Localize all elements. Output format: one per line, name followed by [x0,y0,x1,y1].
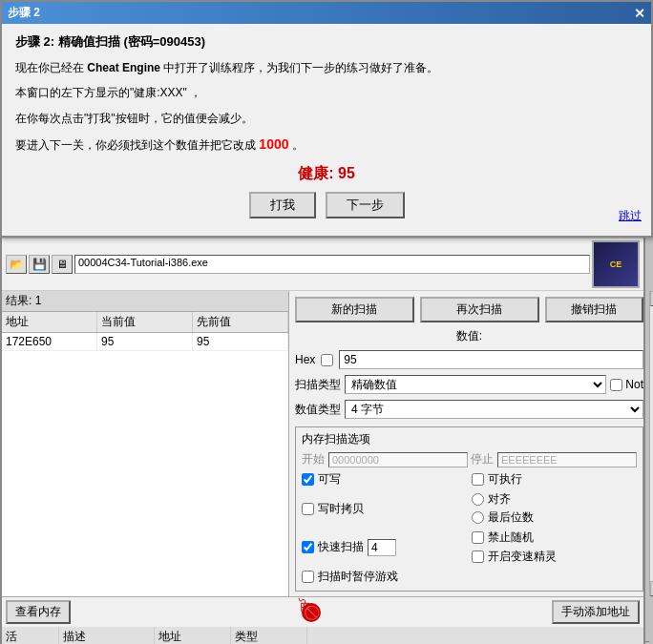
not-checkbox-group: Not [610,378,643,391]
last-digit-row: 最后位数 [472,509,638,526]
cheat-engine-window: ⚙ Cheat engine 6.7 — □ ✕ 文件(F) 编辑(E) 表单 … [0,191,645,644]
quick-scan-checkbox[interactable] [302,541,314,553]
tutorial-step-title: 步骤 2: 精确值扫描 (密码=090453) [15,33,638,51]
cell-addr: 172E650 [2,333,97,351]
hex-label: Hex [295,353,315,366]
addr-list-headers: 活 描述 地址 类型 数值 [2,627,643,644]
hit-button[interactable]: 打我 [249,192,316,218]
tutorial-body-line-4: 要进入下一关，你必须找到这个数值并把它改成 1000 。 [15,134,638,156]
random-row: 禁止随机 [472,530,638,546]
quick-scan-row: 快速扫描 [302,530,468,565]
random-checkbox[interactable] [472,531,484,544]
speed-label: 开启变速精灵 [488,549,557,565]
ce-main: 结果: 1 地址 当前值 先前值 172E650 95 95 新的扫描 再次扫描… [2,291,643,596]
last-digit-label: 最后位数 [488,509,534,526]
scan-type-select[interactable]: 精确数值 [345,375,606,394]
scan-buttons: 新的扫描 再次扫描 撤销扫描 [295,297,643,322]
right-checkboxes: 禁止随机 开启变速精灵 [472,530,638,565]
last-digit-radio[interactable] [472,511,484,524]
cell-current: 95 [97,333,193,351]
speed-row: 开启变速精灵 [472,549,638,565]
align-radio[interactable] [472,493,484,506]
addr-col-type: 类型 [231,627,307,644]
results-empty-area [2,351,288,596]
not-label: Not [625,378,643,391]
ce-toolbar: 📂 💾 🖥 00004C34-Tutorial-i386.exe CE [2,239,643,291]
mem-scan-title: 内存扫描选项 [302,431,637,447]
ce-logo: CE [592,240,640,288]
copyonwrite-checkbox[interactable] [302,503,314,515]
col-addr: 地址 [2,312,97,332]
scan-type-row: 扫描类型 精确数值 Not [295,375,643,394]
value-row: Hex [295,350,643,369]
pause-game-label: 扫描时暂停游戏 [318,569,398,585]
value-label: 数值: [295,328,643,344]
start-field-row: 开始 [302,451,468,467]
stop-input[interactable] [497,452,637,467]
random-label: 禁止随机 [488,530,534,546]
hex-checkbox[interactable] [321,354,333,366]
mem-scan-section: 内存扫描选项 开始 停止 可写 [295,426,643,592]
value-type-select[interactable]: 4 字节 [345,400,643,419]
addr-col-addr: 地址 [155,627,231,644]
no-icon: 🚫 [302,603,321,622]
tutorial-content: 步骤 2: 精确值扫描 (密码=090453) 现在你已经在 Cheat Eng… [2,24,651,236]
tutorial-body-line-1: 现在你已经在 Cheat Engine 中打开了训练程序，为我们下一步的练习做好… [15,58,638,77]
quick-scan-input[interactable] [368,539,396,556]
executable-row: 可执行 [472,471,638,488]
open-icon[interactable]: 📂 [6,255,27,274]
executable-checkbox[interactable] [472,473,484,486]
executable-label: 可执行 [488,471,522,488]
align-row: 对齐 [472,491,638,508]
table-row[interactable]: 172E650 95 95 [2,333,288,351]
results-table-header: 地址 当前值 先前值 [2,312,288,333]
stop-label: 停止 [471,451,494,467]
writable-row: 可写 [302,471,468,488]
col-current: 当前值 [97,312,193,332]
tutorial-window: 步骤 2 ✕ 步骤 2: 精确值扫描 (密码=090453) 现在你已经在 Ch… [0,0,653,238]
quick-scan-label: 快速扫描 [318,539,364,555]
next-scan-btn[interactable]: 再次扫描 [420,297,539,322]
cell-prev: 95 [193,333,288,351]
ce-right-panel: 新的扫描 再次扫描 撤销扫描 数值: Hex 扫描类型 精确数值 N [289,291,649,596]
writable-checkbox[interactable] [302,473,314,486]
process-icon[interactable]: 🖥 [52,255,73,274]
tutorial-buttons: 打我 下一步 [15,192,638,218]
new-scan-btn[interactable]: 新的扫描 [295,297,414,322]
tutorial-titlebar: 步骤 2 ✕ [2,2,651,24]
process-list[interactable]: 00004C34-Tutorial-i386.exe [74,255,590,274]
ce-left-panel: 结果: 1 地址 当前值 先前值 172E650 95 95 [2,291,289,596]
cancel-scan-btn[interactable]: 撤销扫描 [545,297,643,322]
value-type-row: 数值类型 4 字节 [295,400,643,419]
addr-col-active: 活 [2,627,59,644]
mem-fields: 开始 停止 [302,451,637,467]
next-button[interactable]: 下一步 [326,192,405,218]
align-label: 对齐 [488,491,511,508]
addr-col-desc: 描述 [59,627,155,644]
right-scrollbar[interactable]: ▲ ▼ [649,291,653,596]
start-label: 开始 [302,451,325,467]
speed-checkbox[interactable] [472,551,484,563]
not-checkbox[interactable] [610,379,622,391]
copyonwrite-row: 写时拷贝 [302,491,468,526]
pause-game-checkbox[interactable] [302,571,314,583]
value-input[interactable] [339,350,643,369]
tutorial-title: 步骤 2 [8,5,40,21]
skip-link[interactable]: 跳过 [619,208,642,224]
add-address-btn[interactable]: 手动添加地址 [552,600,640,624]
health-display: 健康: 95 [15,164,638,184]
stop-field-row: 停止 [471,451,637,467]
results-header: 结果: 1 [2,291,288,312]
mem-checkboxes: 可写 可执行 写时拷贝 对齐 [302,471,637,585]
save-icon[interactable]: 💾 [29,255,50,274]
scan-type-label: 扫描类型 [295,377,341,393]
view-memory-btn[interactable]: 查看内存 [6,600,71,624]
writable-label: 可写 [318,471,341,488]
tutorial-body-line-2: 本窗口的左下方显示的"健康:XXX" ， [15,83,638,102]
col-prev: 先前值 [193,312,288,332]
pause-game-row: 扫描时暂停游戏 [302,569,637,585]
align-group: 对齐 最后位数 [472,491,638,526]
copyonwrite-label: 写时拷贝 [318,501,364,517]
tutorial-close-btn[interactable]: ✕ [634,6,645,21]
start-input[interactable] [328,452,468,467]
